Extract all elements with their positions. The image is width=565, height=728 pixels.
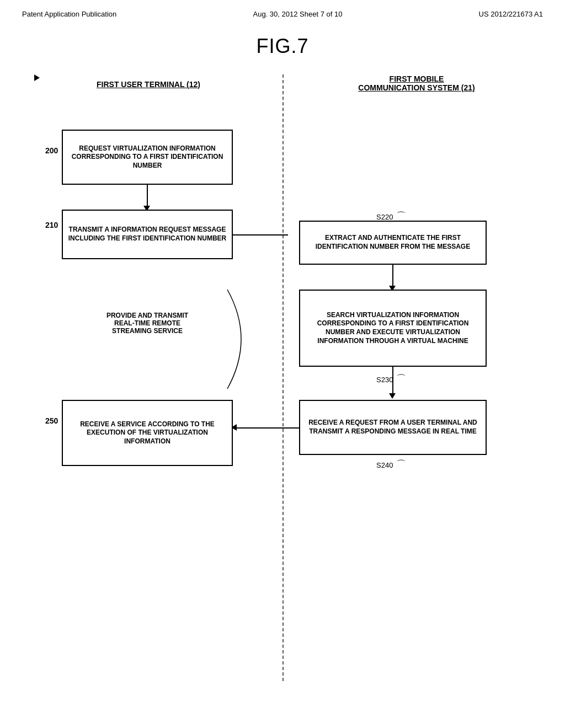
diagram: FIRST USER TERMINAL (12) FIRST MOBILE CO… — [34, 74, 531, 681]
step-label-250: 250 — [45, 416, 58, 425]
step-label-200: 200 — [45, 146, 58, 155]
step-label-210: 210 — [45, 221, 58, 229]
arrow-s220-down — [392, 265, 393, 287]
figure-title: FIG.7 — [0, 35, 565, 58]
box-210: TRANSMIT A INFORMATION REQUEST MESSAGE I… — [62, 210, 233, 259]
header-right: US 2012/221673 A1 — [479, 10, 543, 18]
header-center: Aug. 30, 2012 Sheet 7 of 10 — [253, 10, 342, 18]
box-s220: EXTRACT AND AUTHENTICATE THE FIRST IDENT… — [299, 221, 487, 265]
streaming-label: PROVIDE AND TRANSMITREAL-TIME REMOTESTRE… — [73, 312, 222, 335]
s240-label: S240 ⌒ — [376, 458, 406, 471]
streaming-bracket — [222, 284, 305, 394]
arrow-h-210-s220 — [233, 234, 288, 235]
box-200: REQUEST VIRTUALIZATION INFORMATION CORRE… — [62, 130, 233, 185]
box-250: RECEIVE A SERVICE ACCORDING TO THE EXECU… — [62, 400, 233, 466]
col-header-left: FIRST USER TERMINAL (12) — [34, 80, 263, 89]
arrow-200-down — [147, 185, 148, 207]
box-s240: RECEIVE A REQUEST FROM A USER TERMINAL A… — [299, 400, 487, 455]
arrowhead-search-down — [389, 393, 396, 399]
s230-label: S230 ⌒ — [376, 372, 406, 386]
box-search: SEARCH VIRTUALIZATION INFORMATION CORRES… — [299, 290, 487, 367]
header-left: Patent Application Publication — [22, 10, 116, 18]
arrow-h-s240-250 — [236, 427, 299, 429]
page-header: Patent Application Publication Aug. 30, … — [0, 0, 565, 24]
col-header-right: FIRST MOBILE COMMUNICATION SYSTEM (21) — [302, 74, 531, 92]
